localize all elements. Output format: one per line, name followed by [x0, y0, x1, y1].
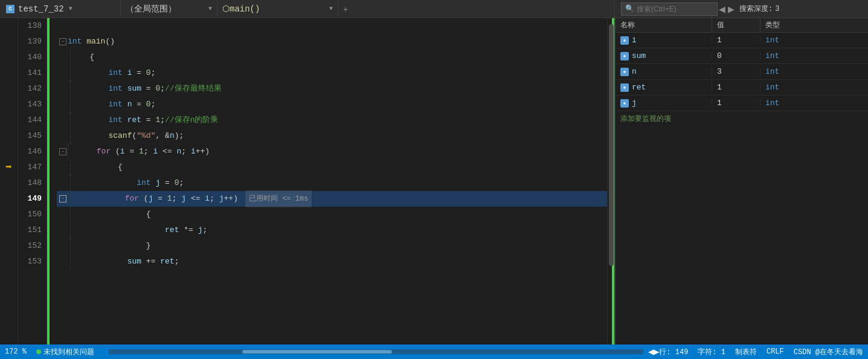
code-line-148: int j = 0 ; [57, 175, 607, 191]
zoom-label: 172 % [5, 348, 27, 356]
status-line: 行: 149 [659, 347, 688, 357]
code-line-140: { [57, 50, 607, 65]
watch-name-ret: ◈ ret [616, 83, 712, 92]
ln-152: 152 [23, 238, 42, 254]
watch-name-i: ◈ i [616, 36, 712, 45]
code-line-143: int n = 0 ; [57, 97, 607, 112]
kw-int-141: int [108, 65, 122, 81]
search-icon: 🔍 [625, 4, 634, 13]
plus-button[interactable]: + [341, 3, 350, 15]
scope-dropdown[interactable]: （全局范围） ▼ [121, 0, 217, 18]
search-depth-label: 搜索深度: [739, 4, 773, 14]
fold-139[interactable]: - [59, 38, 66, 45]
watch-icon-i: ◈ [620, 36, 629, 45]
watch-type-i: int [760, 36, 868, 45]
watch-val-j: 1 [712, 99, 760, 108]
watch-name-j: ◈ j [616, 99, 712, 108]
watch-row-j[interactable]: ◈ j 1 int [616, 95, 868, 111]
watch-icon-ret: ◈ [620, 83, 629, 92]
status-char: 字符: 1 [698, 347, 725, 357]
col-header-name: 名称 [616, 18, 712, 32]
h-scroll-left[interactable]: ◀ [648, 348, 654, 356]
kw-int-142: int [108, 81, 122, 97]
ln-150: 150 [23, 207, 42, 222]
ln-147: 147 [23, 160, 42, 175]
file-tab[interactable]: C test_7_32 ▼ [0, 0, 121, 18]
nav-buttons: + [338, 0, 353, 18]
ln-153: 153 [23, 254, 42, 270]
code-line-146: - for ( i = 1 ; i <= n ; i ++) [57, 144, 607, 160]
ln-140: 140 [23, 50, 42, 65]
watch-row-i[interactable]: ◈ i 1 int [616, 33, 868, 48]
watch-val-ret: 1 [712, 83, 760, 92]
editor-area[interactable]: 138 139 140 141 142 143 144 145 146 147 … [18, 18, 614, 344]
code-line-147: { [57, 160, 607, 175]
watch-row-n[interactable]: ◈ n 3 int [616, 64, 868, 80]
func-dropdown[interactable]: ⬡ main() ▼ [217, 0, 338, 18]
watch-val-n: 3 [712, 67, 760, 76]
status-branding: CSDN @在冬天去看海 [794, 347, 863, 357]
top-toolbar: C test_7_32 ▼ （全局范围） ▼ ⬡ main() ▼ + 🔍 ◀ … [0, 0, 868, 18]
code-line-153: sum += ret ; [57, 254, 607, 270]
watch-panel: 名称 值 类型 ◈ i 1 int ◈ sum 0 int ◈ n [614, 18, 868, 344]
vertical-scrollbar[interactable] [607, 18, 614, 344]
add-watch-button[interactable]: 添加要监视的项 [616, 111, 868, 126]
watch-name-n: ◈ n [616, 67, 712, 76]
search-next-button[interactable]: ▶ [728, 4, 735, 14]
watch-row-ret[interactable]: ◈ ret 1 int [616, 80, 868, 95]
kw-int-148: int [137, 175, 150, 191]
watch-icon-sum: ◈ [620, 52, 629, 60]
h-scrollbar-thumb[interactable] [242, 350, 392, 354]
scope-label: （全局范围） [126, 4, 176, 15]
ln-142: 142 [23, 81, 42, 97]
fold-149[interactable]: - [59, 195, 66, 202]
fold-146[interactable]: - [59, 148, 66, 155]
watch-type-n: int [760, 67, 868, 76]
code-line-145: scanf ( "%d" , & n ); [57, 128, 607, 144]
code-line-151: ret *= j ; [57, 222, 607, 238]
search-input-wrap[interactable]: 🔍 [621, 2, 718, 16]
ln-139: 139 [23, 34, 42, 50]
debug-arrow-icon: ➡ [5, 160, 12, 173]
search-depth-value: 3 [775, 5, 779, 13]
watch-icon-n: ◈ [620, 68, 629, 76]
ln-141: 141 [23, 65, 42, 81]
time-badge: 已用时间 <= 1ms [245, 190, 312, 207]
func-icon: ⬡ [222, 4, 230, 14]
status-bar: 172 % 未找到相关问题 ◀ ▶ 行: 149 字符: 1 制表符 CRLF … [0, 344, 868, 359]
search-prev-button[interactable]: ◀ [719, 4, 725, 14]
status-no-issue: 未找到相关问题 [43, 347, 94, 357]
file-icon: C [6, 5, 14, 13]
code-line-149: - for ( j = 1 ; j <= i ; j ++) [57, 191, 607, 207]
watch-row-sum[interactable]: ◈ sum 0 int [616, 48, 868, 64]
kw-int-139: int [68, 34, 82, 50]
status-line-ending: CRLF [767, 348, 784, 356]
code-editor[interactable]: - int main () { [57, 18, 607, 344]
search-input[interactable] [637, 5, 697, 13]
watch-val-sum: 0 [712, 51, 760, 60]
gutter-green-bar [47, 18, 50, 344]
ln-149: 149 [23, 191, 42, 207]
ln-143: 143 [23, 97, 42, 112]
status-ok-dot [36, 349, 41, 354]
scope-arrow: ▼ [208, 5, 212, 12]
code-line-138 [57, 18, 607, 34]
search-panel: 🔍 ◀ ▶ 搜索深度: 3 [614, 0, 868, 18]
gutter-bar [47, 18, 57, 344]
h-scrollbar[interactable] [109, 349, 643, 354]
watch-type-ret: int [760, 83, 868, 92]
h-scroll-right[interactable]: ▶ [654, 348, 659, 356]
code-line-141: int i = 0 ; [57, 65, 607, 81]
file-dropdown-arrow[interactable]: ▼ [69, 5, 72, 12]
file-name: test_7_32 [18, 4, 64, 14]
fn-main: main [86, 34, 105, 50]
ln-145: 145 [23, 128, 42, 144]
func-label: main() [230, 4, 260, 14]
watch-type-sum: int [760, 51, 868, 60]
watch-col-headers: 名称 值 类型 [616, 18, 868, 33]
watch-val-i: 1 [712, 36, 760, 45]
ln-146: 146 [23, 144, 42, 160]
status-right: 行: 149 字符: 1 制表符 CRLF CSDN @在冬天去看海 [659, 347, 863, 357]
watch-name-sum: ◈ sum [616, 51, 712, 60]
scrollbar-thumb[interactable] [609, 24, 614, 266]
